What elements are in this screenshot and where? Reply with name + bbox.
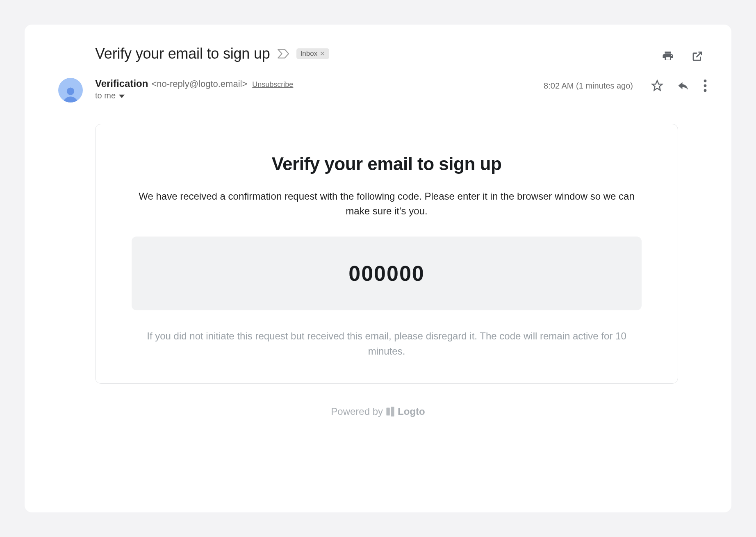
sender-line: Verification <no-reply@logto.email> Unsu…	[95, 78, 531, 89]
sender-row: Verification <no-reply@logto.email> Unsu…	[49, 78, 707, 102]
recipient-label: to me	[95, 91, 116, 100]
svg-point-1	[704, 80, 707, 82]
star-icon[interactable]	[651, 80, 663, 92]
logto-logo-icon	[386, 407, 394, 416]
open-new-window-icon[interactable]	[691, 50, 704, 62]
more-icon[interactable]	[704, 80, 707, 92]
svg-point-0	[67, 88, 74, 95]
timestamp: 8:02 AM (1 minutes ago)	[544, 81, 633, 91]
svg-rect-5	[391, 407, 394, 416]
subject-row: Verify your email to sign up Inbox ✕	[95, 45, 707, 62]
email-subject: Verify your email to sign up	[95, 45, 270, 62]
verification-code: 000000	[132, 237, 642, 310]
close-icon[interactable]: ✕	[320, 50, 325, 57]
person-icon	[61, 85, 80, 102]
svg-point-3	[704, 89, 707, 92]
recipient-line[interactable]: to me	[95, 91, 531, 100]
avatar[interactable]	[58, 78, 83, 102]
label-important-icon[interactable]	[278, 49, 289, 59]
reply-icon[interactable]	[677, 80, 690, 92]
inbox-tag[interactable]: Inbox ✕	[296, 48, 330, 59]
print-icon[interactable]	[662, 50, 674, 62]
inbox-tag-label: Inbox	[301, 50, 318, 58]
brand-name: Logto	[398, 406, 425, 417]
top-action-bar	[662, 50, 704, 62]
sender-email: <no-reply@logto.email>	[151, 79, 247, 89]
email-body-card: Verify your email to sign up We have rec…	[95, 124, 678, 384]
meta-actions: 8:02 AM (1 minutes ago)	[544, 80, 707, 92]
unsubscribe-link[interactable]: Unsubscribe	[252, 80, 293, 89]
powered-by-footer: Powered by Logto	[49, 406, 707, 417]
svg-point-2	[704, 84, 707, 87]
body-intro-text: We have received a confirmation request …	[132, 189, 642, 218]
powered-by-label: Powered by	[331, 406, 383, 417]
sender-info: Verification <no-reply@logto.email> Unsu…	[95, 78, 531, 100]
body-title: Verify your email to sign up	[132, 154, 642, 174]
body-disclaimer: If you did not initiate this request but…	[132, 328, 642, 359]
email-container: Verify your email to sign up Inbox ✕ Ver…	[25, 25, 731, 512]
sender-name: Verification	[95, 78, 148, 89]
svg-rect-4	[386, 408, 389, 416]
chevron-down-icon[interactable]	[119, 91, 125, 100]
